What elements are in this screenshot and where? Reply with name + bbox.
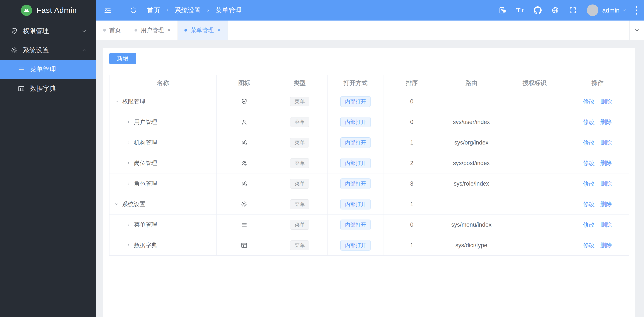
cell-open-mode: 内部打开 <box>328 153 384 173</box>
menu-name: 系统设置 <box>122 200 145 208</box>
sidebar-item-data-dict[interactable]: 数据字典 <box>0 79 96 98</box>
cell-name: 系统设置 <box>110 194 216 215</box>
tab-dot-icon <box>134 29 137 31</box>
cell-icon <box>216 91 272 112</box>
type-tag: 菜单 <box>290 199 309 209</box>
edit-link[interactable]: 修改 <box>583 119 595 125</box>
kebab-menu-icon[interactable] <box>636 5 637 15</box>
table-row-3: 岗位管理菜单内部打开2sys/post/index修改删除 <box>110 153 629 173</box>
add-button[interactable]: 新增 <box>109 53 136 64</box>
tab-0[interactable]: 首页 <box>96 20 128 40</box>
row-collapse-chevron-down-icon[interactable] <box>114 202 119 207</box>
cell-sort: 1 <box>384 194 440 215</box>
delete-link[interactable]: 删除 <box>600 180 612 187</box>
table-row-4: 角色管理菜单内部打开3sys/role/index修改删除 <box>110 173 629 194</box>
cell-permission <box>503 173 566 194</box>
cell-type: 菜单 <box>272 132 328 153</box>
delete-link[interactable]: 删除 <box>600 201 612 207</box>
edit-link[interactable]: 修改 <box>583 160 595 166</box>
delete-link[interactable]: 删除 <box>600 119 612 125</box>
sidebar-fold-icon[interactable] <box>103 6 112 14</box>
cell-open-mode: 内部打开 <box>328 235 384 256</box>
tab-dropdown-chevron-icon[interactable] <box>630 20 644 40</box>
font-size-icon[interactable]: TT <box>516 6 524 14</box>
tab-close-icon[interactable]: × <box>167 27 171 33</box>
breadcrumb-item-menu[interactable]: 菜单管理 <box>216 6 242 15</box>
chevron-down-icon <box>81 28 87 34</box>
cell-actions: 修改删除 <box>566 132 629 153</box>
sidebar-item-label: 数据字典 <box>30 84 87 93</box>
menu-name: 数据字典 <box>134 241 157 249</box>
sidebar-item-menu-mgmt[interactable]: 菜单管理 <box>0 60 96 79</box>
cell-actions: 修改删除 <box>566 91 629 112</box>
tab-2[interactable]: 菜单管理× <box>178 20 228 40</box>
cell-route <box>440 91 503 112</box>
cell-permission <box>503 215 566 235</box>
open-mode-tag: 内部打开 <box>340 117 371 127</box>
app-title: Fast Admin <box>36 6 77 15</box>
main-area: 首页 系统设置 菜单管理 TT admin 首页用户管理×菜单管理× <box>96 0 644 317</box>
cell-type: 菜单 <box>272 153 328 173</box>
row-expand-chevron-right-icon[interactable] <box>126 161 131 166</box>
row-expand-chevron-right-icon[interactable] <box>126 243 131 248</box>
chevron-down-icon[interactable] <box>622 8 627 13</box>
menu-name: 用户管理 <box>134 118 157 126</box>
cell-route: sys/dict/type <box>440 235 503 256</box>
globe-icon[interactable] <box>551 6 560 14</box>
breadcrumb-item-home[interactable]: 首页 <box>147 6 160 15</box>
open-mode-tag: 内部打开 <box>340 158 371 168</box>
delete-link[interactable]: 删除 <box>600 242 612 249</box>
tab-close-icon[interactable]: × <box>217 27 221 33</box>
fullscreen-icon[interactable] <box>568 6 577 14</box>
edit-link[interactable]: 修改 <box>583 242 595 249</box>
edit-link[interactable]: 修改 <box>583 139 595 146</box>
edit-link[interactable]: 修改 <box>583 98 595 105</box>
table-row-1: 用户管理菜单内部打开0sys/user/index修改删除 <box>110 112 629 132</box>
cell-name: 角色管理 <box>110 173 216 194</box>
refresh-icon[interactable] <box>129 6 138 14</box>
avatar[interactable] <box>587 4 598 16</box>
tab-1[interactable]: 用户管理× <box>128 20 178 40</box>
edit-link[interactable]: 修改 <box>583 201 595 207</box>
cell-sort: 0 <box>384 91 440 112</box>
row-expand-chevron-right-icon[interactable] <box>126 222 131 227</box>
delete-link[interactable]: 删除 <box>600 160 612 166</box>
cell-name: 机构管理 <box>110 132 216 153</box>
cell-type: 菜单 <box>272 215 328 235</box>
row-expand-chevron-right-icon[interactable] <box>126 119 131 124</box>
edit-link[interactable]: 修改 <box>583 180 595 187</box>
cell-actions: 修改删除 <box>566 215 629 235</box>
type-tag: 菜单 <box>290 179 309 189</box>
tab-label: 首页 <box>109 26 121 34</box>
shield-check-icon <box>10 27 18 35</box>
type-tag: 菜单 <box>290 220 309 230</box>
open-mode-tag: 内部打开 <box>340 178 371 189</box>
cell-open-mode: 内部打开 <box>328 215 384 235</box>
breadcrumb-item-system[interactable]: 系统设置 <box>175 6 201 15</box>
cell-route: sys/post/index <box>440 153 503 173</box>
cell-name: 权限管理 <box>110 91 216 112</box>
cell-permission <box>503 112 566 132</box>
delete-link[interactable]: 删除 <box>600 139 612 146</box>
cell-type: 菜单 <box>272 194 328 215</box>
cell-route: sys/user/index <box>440 112 503 132</box>
table-body: 权限管理菜单内部打开0修改删除用户管理菜单内部打开0sys/user/index… <box>110 91 629 256</box>
translate-icon[interactable] <box>498 6 507 14</box>
row-expand-chevron-right-icon[interactable] <box>126 140 131 145</box>
row-collapse-chevron-down-icon[interactable] <box>114 99 119 104</box>
row-expand-chevron-right-icon[interactable] <box>126 181 131 186</box>
sidebar-item-system-settings[interactable]: 系统设置 <box>0 40 96 60</box>
cell-sort: 1 <box>384 132 440 153</box>
github-icon[interactable] <box>534 6 542 14</box>
type-tag: 菜单 <box>290 158 309 168</box>
table-column-header: 图标 <box>216 75 272 91</box>
edit-link[interactable]: 修改 <box>583 221 595 228</box>
gear-icon <box>10 46 18 54</box>
sidebar-item-permission-mgmt[interactable]: 权限管理 <box>0 21 96 40</box>
cell-icon <box>216 112 272 132</box>
tab-dot-icon <box>184 29 187 31</box>
type-tag: 菜单 <box>290 117 309 127</box>
delete-link[interactable]: 删除 <box>600 98 612 105</box>
user-name[interactable]: admin <box>602 7 620 14</box>
delete-link[interactable]: 删除 <box>600 221 612 228</box>
